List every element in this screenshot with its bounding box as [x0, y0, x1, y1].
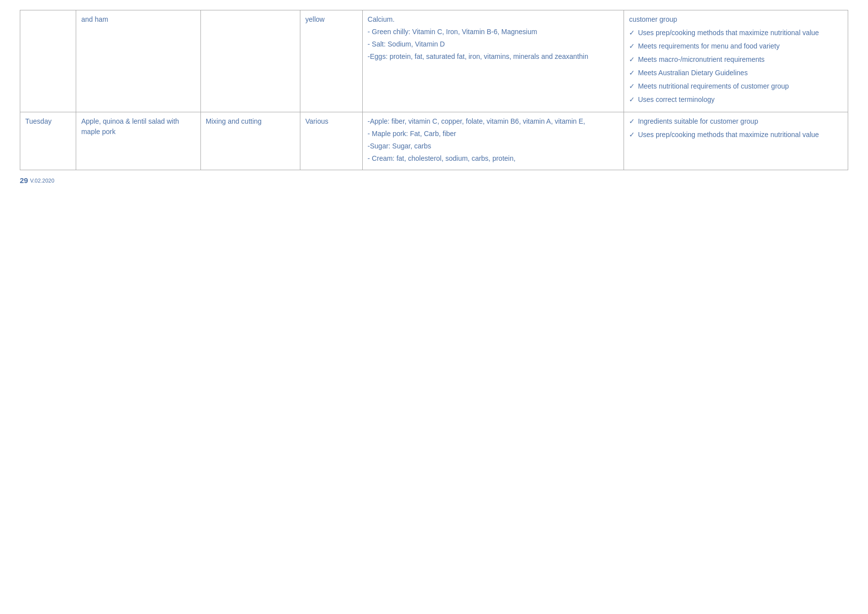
criteria-cell: customer group✓Uses prep/cooking methods…	[624, 10, 848, 112]
criteria-text: Meets requirements for menu and food var…	[638, 41, 779, 51]
nutrients-cell: -Apple: fiber, vitamin C, copper, folate…	[362, 112, 624, 170]
version-text: V.02.2020	[30, 178, 54, 184]
criteria-text: Ingredients suitable for customer group	[638, 116, 758, 127]
list-item: ✓Uses prep/cooking methods that maximize…	[629, 28, 843, 38]
list-item: ✓Uses prep/cooking methods that maximize…	[629, 130, 843, 140]
criteria-cell: ✓Ingredients suitable for customer group…	[624, 112, 848, 170]
list-item: ✓Meets macro-/micronutrient requirements	[629, 54, 843, 65]
checkmark-icon: ✓	[629, 94, 635, 105]
list-item: ✓Meets Australian Dietary Guidelines	[629, 68, 843, 78]
criteria-text: Uses prep/cooking methods that maximize …	[638, 28, 819, 38]
checkmark-icon: ✓	[629, 54, 635, 65]
list-item: customer group	[629, 14, 843, 25]
page-number: 29	[20, 176, 28, 185]
list-item: ✓Meets nutritional requirements of custo…	[629, 81, 843, 92]
criteria-text: Uses correct terminology	[638, 94, 715, 105]
method-cell	[200, 10, 300, 112]
checkmark-icon: ✓	[629, 130, 635, 140]
criteria-text: Meets nutritional requirements of custom…	[638, 81, 789, 92]
list-item: ✓Uses correct terminology	[629, 94, 843, 105]
ingredients-cell: and ham	[76, 10, 201, 112]
list-item: ✓Meets requirements for menu and food va…	[629, 41, 843, 51]
page: and hamyellowCalcium.- Green chilly: Vit…	[0, 0, 868, 614]
checkmark-icon: ✓	[629, 68, 635, 78]
criteria-text: Meets macro-/micronutrient requirements	[638, 54, 765, 65]
color-cell: yellow	[300, 10, 363, 112]
main-table: and hamyellowCalcium.- Green chilly: Vit…	[20, 10, 848, 170]
footer: 29 V.02.2020	[20, 176, 848, 185]
list-item: ✓Ingredients suitable for customer group	[629, 116, 843, 127]
ingredients-cell: Apple, quinoa & lentil salad with maple …	[76, 112, 201, 170]
color-cell: Various	[300, 112, 363, 170]
checkmark-icon: ✓	[629, 81, 635, 92]
criteria-text: Meets Australian Dietary Guidelines	[638, 68, 748, 78]
criteria-text: Uses prep/cooking methods that maximize …	[638, 130, 819, 140]
checkmark-icon: ✓	[629, 116, 635, 127]
day-cell: Tuesday	[20, 112, 76, 170]
checkmark-icon: ✓	[629, 28, 635, 38]
checkmark-icon: ✓	[629, 41, 635, 51]
day-cell	[20, 10, 76, 112]
method-cell: Mixing and cutting	[200, 112, 300, 170]
nutrients-cell: Calcium.- Green chilly: Vitamin C, Iron,…	[362, 10, 624, 112]
